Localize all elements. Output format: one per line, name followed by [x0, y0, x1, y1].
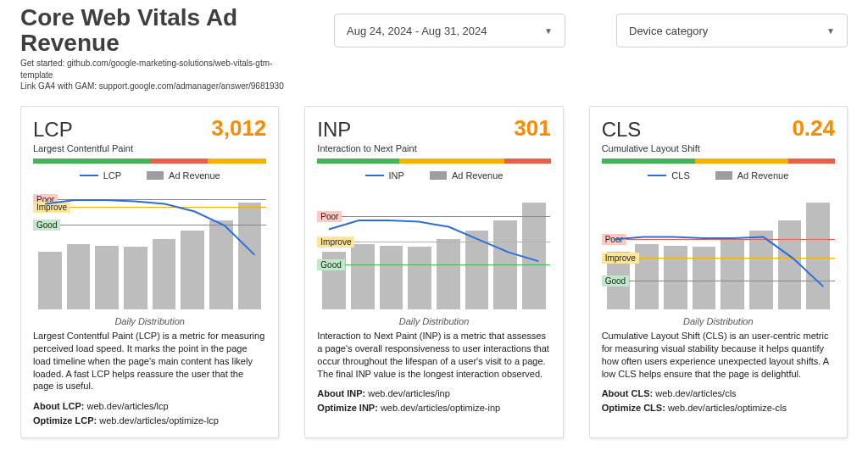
metric-value: 301 — [514, 115, 550, 142]
metric-refs: About LCP: web.dev/articles/lcp Optimize… — [33, 399, 266, 427]
bar — [693, 247, 716, 309]
bar — [209, 220, 233, 309]
metric-name: Cumulative Layout Shift — [602, 143, 835, 153]
chart-caption: Daily Distribution — [602, 316, 835, 326]
legend-bar-label: Ad Revenue — [737, 170, 789, 181]
threshold-line-good — [317, 264, 550, 265]
legend-bar-icon — [147, 171, 164, 180]
date-range-value: Aug 24, 2024 - Aug 31, 2024 — [347, 25, 487, 37]
bar — [721, 239, 744, 309]
metric-abbr: INP — [317, 118, 351, 142]
metric-abbr: LCP — [33, 118, 73, 142]
chart-inp: INP Ad Revenue PoorImproveGood Daily Dis… — [317, 170, 550, 323]
chart-caption: Daily Distribution — [33, 316, 266, 326]
bar — [95, 246, 119, 309]
threshold-bar — [317, 159, 550, 164]
threshold-label-good: Good — [317, 259, 344, 270]
bar — [67, 244, 91, 309]
legend-bar-label: Ad Revenue — [452, 170, 504, 181]
bar — [664, 246, 687, 309]
bar — [437, 239, 460, 309]
threshold-bar — [33, 159, 266, 164]
metric-name: Largest Contentful Paint — [33, 143, 266, 153]
device-category-dropdown[interactable]: Device category ▼ — [616, 14, 848, 47]
legend-bar-icon — [430, 171, 447, 180]
get-started-line: Get started: github.com/google-marketing… — [20, 58, 300, 81]
bar — [806, 203, 830, 309]
bar — [408, 247, 431, 309]
threshold-line-poor — [33, 199, 266, 200]
bar — [238, 203, 262, 309]
bar — [124, 247, 147, 309]
link-ga4-line: Link GA4 with GAM: support.google.com/ad… — [20, 81, 300, 92]
threshold-line-poor — [602, 239, 835, 240]
bar — [380, 246, 403, 309]
threshold-label-improve: Improve — [33, 202, 70, 213]
threshold-label-good: Good — [33, 220, 60, 231]
legend-line-label: LCP — [103, 170, 121, 181]
threshold-label-improve: Improve — [602, 253, 639, 264]
legend-line-icon — [80, 175, 98, 176]
legend-bar-label: Ad Revenue — [169, 170, 220, 181]
threshold-bar — [602, 159, 835, 164]
legend-line-icon — [365, 175, 384, 176]
bar — [351, 244, 375, 309]
chart-caption: Daily Distribution — [317, 316, 550, 326]
bar — [38, 252, 62, 309]
threshold-label-improve: Improve — [317, 236, 354, 248]
metric-value: 3,012 — [211, 115, 266, 142]
bar — [749, 231, 773, 309]
metric-refs: About INP: web.dev/articles/inp Optimize… — [317, 387, 550, 415]
legend-line-icon — [648, 175, 666, 176]
threshold-line-good — [33, 225, 266, 225]
legend-line-label: INP — [389, 170, 404, 181]
chart-lcp: LCP Ad Revenue PoorImproveGood Daily Dis… — [33, 170, 266, 323]
chart-cls: CLS Ad Revenue PoorImproveGood Daily Dis… — [602, 170, 835, 323]
bar — [522, 203, 546, 309]
page-title: Core Web Vitals Ad Revenue — [20, 5, 300, 56]
metric-description: Interaction to Next Paint (INP) is a met… — [317, 330, 550, 380]
legend-bar-icon — [715, 171, 732, 180]
threshold-line-poor — [317, 216, 550, 217]
metric-value: 0.24 — [792, 115, 835, 142]
metric-description: Cumulative Layout Shift (CLS) is an user… — [602, 330, 835, 380]
threshold-label-poor: Poor — [602, 234, 626, 245]
bar — [181, 231, 204, 309]
metric-description: Largest Contentful Paint (LCP) is a metr… — [33, 330, 266, 392]
bar — [153, 239, 176, 309]
chevron-down-icon: ▼ — [826, 26, 835, 36]
metric-card-inp: INP 301 Interaction to Next Paint INP Ad… — [304, 106, 563, 438]
date-range-dropdown[interactable]: Aug 24, 2024 - Aug 31, 2024 ▼ — [334, 14, 565, 47]
chevron-down-icon: ▼ — [544, 26, 553, 36]
metric-card-cls: CLS 0.24 Cumulative Layout Shift CLS Ad … — [589, 106, 848, 438]
metric-abbr: CLS — [602, 118, 642, 142]
metric-refs: About CLS: web.dev/articles/cls Optimize… — [602, 387, 835, 415]
metric-name: Interaction to Next Paint — [317, 143, 550, 153]
device-category-value: Device category — [629, 25, 708, 37]
legend-line-label: CLS — [671, 170, 689, 181]
threshold-label-poor: Poor — [317, 211, 342, 222]
threshold-line-good — [602, 281, 835, 281]
metric-card-lcp: LCP 3,012 Largest Contentful Paint LCP A… — [20, 106, 279, 438]
bar — [778, 220, 802, 309]
threshold-label-good: Good — [602, 275, 629, 287]
